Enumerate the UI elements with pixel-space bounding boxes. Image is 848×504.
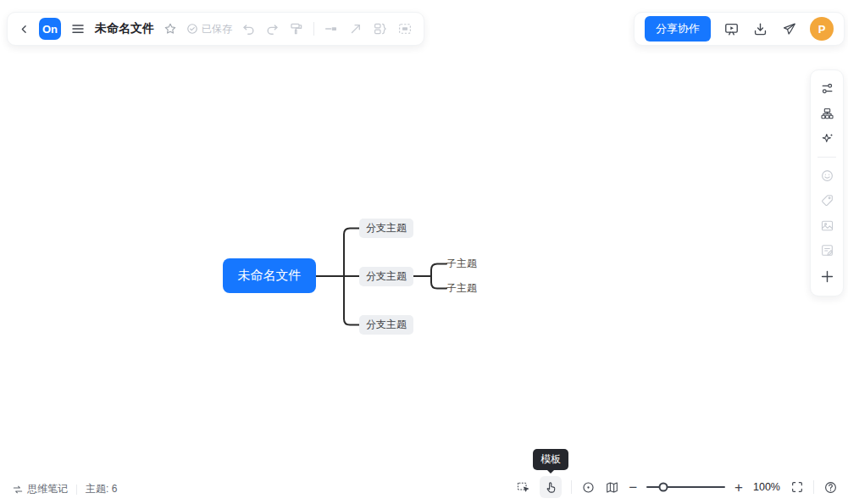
relation-line-icon xyxy=(348,21,363,36)
mode-label: 思维笔记 xyxy=(27,482,68,496)
add-button[interactable] xyxy=(819,269,835,285)
download-icon xyxy=(752,21,768,37)
back-button[interactable] xyxy=(19,24,30,35)
structure-button[interactable] xyxy=(820,107,834,121)
locate-icon xyxy=(581,480,596,495)
template-button[interactable]: 模板 xyxy=(540,476,562,498)
share-collaborate-button[interactable]: 分享协作 xyxy=(645,16,711,42)
document-title[interactable]: 未命名文件 xyxy=(95,21,154,36)
emoji-button[interactable] xyxy=(820,169,834,183)
zoom-in-button[interactable]: + xyxy=(734,480,743,495)
redo-icon xyxy=(265,22,280,36)
mindmap-subtopic-node[interactable]: 子主题 xyxy=(446,283,477,294)
toolbar-divider xyxy=(313,22,314,36)
insert-node-icon xyxy=(324,21,339,36)
minimap-icon xyxy=(605,480,619,495)
format-painter-button[interactable] xyxy=(289,21,304,36)
zoom-slider-handle[interactable] xyxy=(658,483,668,492)
app-logo[interactable]: On xyxy=(39,18,61,40)
controls-divider xyxy=(813,480,814,494)
style-settings-button[interactable] xyxy=(820,81,834,96)
mindmap-canvas[interactable]: 未命名文件 分支主题 分支主题 分支主题 子主题 子主题 xyxy=(0,0,848,504)
zoom-out-button[interactable]: − xyxy=(629,480,637,495)
fullscreen-icon xyxy=(790,480,804,494)
mode-switch-icon xyxy=(12,484,24,496)
topic-count: 主题: 6 xyxy=(86,482,117,496)
locate-button[interactable] xyxy=(581,480,596,495)
mindmap-branch-node[interactable]: 分支主题 xyxy=(359,315,413,335)
relation-line-button[interactable] xyxy=(348,21,363,36)
structure-icon xyxy=(820,107,834,121)
insert-node-button[interactable] xyxy=(324,21,339,36)
note-icon xyxy=(820,243,834,258)
main-toolbar: On 未命名文件 已保存 xyxy=(7,12,424,46)
save-status: 已保存 xyxy=(186,22,232,36)
favorite-icon xyxy=(164,22,177,36)
ai-beautify-button[interactable] xyxy=(820,131,834,146)
zoom-slider[interactable] xyxy=(646,486,725,488)
tag-icon xyxy=(820,193,834,208)
note-button[interactable] xyxy=(820,243,834,258)
status-divider xyxy=(76,485,77,495)
mindmap-connectors xyxy=(0,0,848,504)
ai-beautify-icon xyxy=(820,131,834,146)
download-button[interactable] xyxy=(752,21,768,37)
mindmap-branch-node[interactable]: 分支主题 xyxy=(359,219,413,238)
controls-divider xyxy=(571,480,572,494)
menu-button[interactable] xyxy=(70,21,86,36)
mindmap-branch-node[interactable]: 分支主题 xyxy=(359,267,413,286)
save-status-label: 已保存 xyxy=(202,22,232,36)
summary-button[interactable] xyxy=(373,21,388,36)
add-icon xyxy=(819,269,835,285)
redo-button[interactable] xyxy=(265,22,280,36)
minimap-button[interactable] xyxy=(605,480,619,495)
summary-icon xyxy=(373,21,388,36)
undo-button[interactable] xyxy=(241,22,256,36)
back-icon xyxy=(19,24,30,35)
fullscreen-button[interactable] xyxy=(790,480,804,494)
saved-check-icon xyxy=(186,23,198,35)
multi-select-icon xyxy=(516,480,530,495)
help-icon xyxy=(823,480,838,495)
mindmap-subtopic-node[interactable]: 子主题 xyxy=(446,258,477,269)
help-button[interactable] xyxy=(823,480,838,495)
format-painter-icon xyxy=(289,21,304,36)
multi-select-button[interactable] xyxy=(516,480,530,495)
present-icon xyxy=(723,21,740,37)
mindmap-root-node[interactable]: 未命名文件 xyxy=(223,258,316,293)
status-bar-left: 思维笔记 主题: 6 xyxy=(12,482,117,496)
undo-icon xyxy=(241,22,256,36)
canvas-controls: 模板 − + 100% xyxy=(516,476,838,498)
outer-frame-icon xyxy=(397,21,413,36)
right-side-panel xyxy=(810,69,844,296)
tag-button[interactable] xyxy=(820,193,834,208)
user-avatar[interactable]: P xyxy=(810,17,834,41)
present-button[interactable] xyxy=(723,21,740,37)
image-icon xyxy=(820,219,834,233)
menu-icon xyxy=(70,21,86,36)
zoom-level: 100% xyxy=(752,481,781,493)
emoji-icon xyxy=(820,169,834,183)
image-button[interactable] xyxy=(820,219,834,233)
outer-frame-button[interactable] xyxy=(397,21,413,36)
template-icon xyxy=(544,480,558,495)
template-tooltip: 模板 xyxy=(533,449,568,470)
style-icon xyxy=(820,81,834,96)
favorite-button[interactable] xyxy=(164,22,177,36)
send-button[interactable] xyxy=(781,21,797,37)
side-panel-divider xyxy=(818,157,836,158)
send-icon xyxy=(781,21,797,37)
mode-switcher[interactable]: 思维笔记 xyxy=(12,482,68,496)
header-right-toolbar: 分享协作 P xyxy=(634,12,845,46)
